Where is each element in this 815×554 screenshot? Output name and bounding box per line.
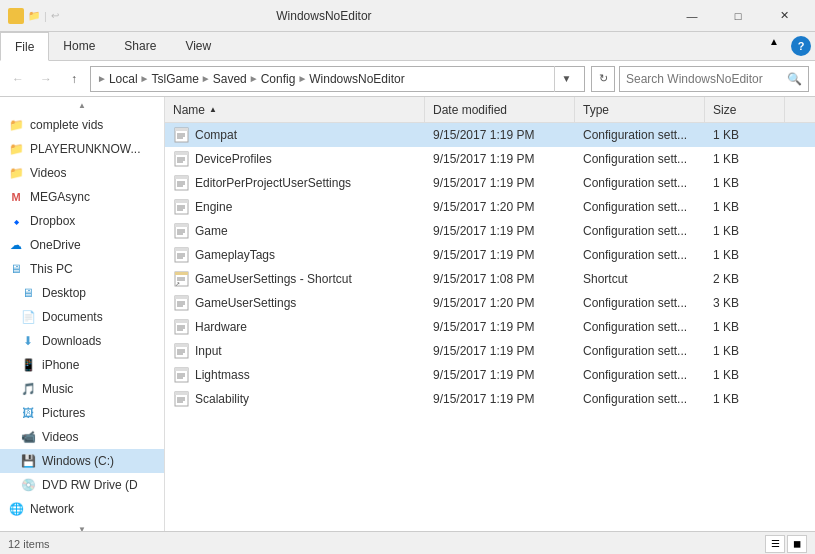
file-date-cell: 9/15/2017 1:20 PM xyxy=(425,291,575,314)
refresh-button[interactable]: ↻ xyxy=(591,66,615,92)
address-path[interactable]: ► Local ► TslGame ► Saved ► Config ► Win… xyxy=(90,66,585,92)
table-row[interactable]: Scalability 9/15/2017 1:19 PM Configurat… xyxy=(165,387,815,411)
sidebar-label: Music xyxy=(42,382,73,396)
file-size-cell: 1 KB xyxy=(705,339,785,362)
sidebar-item-videos[interactable]: 📹 Videos xyxy=(0,425,164,449)
file-date-cell: 9/15/2017 1:19 PM xyxy=(425,171,575,194)
file-date-cell: 9/15/2017 1:08 PM xyxy=(425,267,575,290)
file-name-cell: DeviceProfiles xyxy=(165,147,425,170)
sidebar-item-this-pc[interactable]: 🖥 This PC xyxy=(0,257,164,281)
details-view-button[interactable]: ☰ xyxy=(765,535,785,553)
file-list: Name ▲ Date modified Type Size Compat 9/… xyxy=(165,97,815,531)
svg-rect-46 xyxy=(175,344,188,347)
file-type-cell: Configuration sett... xyxy=(575,387,705,410)
col-date-label: Date modified xyxy=(433,103,507,117)
search-icon[interactable]: 🔍 xyxy=(787,72,802,86)
table-row[interactable]: GameplayTags 9/15/2017 1:19 PM Configura… xyxy=(165,243,815,267)
file-name: Scalability xyxy=(195,392,249,406)
sidebar-label: complete vids xyxy=(30,118,103,132)
file-date-cell: 9/15/2017 1:19 PM xyxy=(425,387,575,410)
breadcrumb-item-local[interactable]: Local xyxy=(109,72,138,86)
sidebar-item-downloads[interactable]: ⬇ Downloads xyxy=(0,329,164,353)
address-dropdown-button[interactable]: ▼ xyxy=(554,66,578,92)
tab-file[interactable]: File xyxy=(0,32,49,61)
table-row[interactable]: Lightmass 9/15/2017 1:19 PM Configuratio… xyxy=(165,363,815,387)
close-button[interactable]: ✕ xyxy=(761,0,807,32)
col-header-name[interactable]: Name ▲ xyxy=(165,97,425,122)
sidebar-item-iphone[interactable]: 📱 iPhone xyxy=(0,353,164,377)
breadcrumb-item-config[interactable]: Config xyxy=(261,72,296,86)
table-row[interactable]: ↗ GameUserSettings - Shortcut 9/15/2017 … xyxy=(165,267,815,291)
file-date-cell: 9/15/2017 1:19 PM xyxy=(425,147,575,170)
sidebar-item-megasync[interactable]: M MEGAsync xyxy=(0,185,164,209)
ribbon-help-button[interactable]: ? xyxy=(791,36,811,56)
minimize-button[interactable]: — xyxy=(669,0,715,32)
tab-share[interactable]: Share xyxy=(110,32,171,60)
forward-button[interactable]: → xyxy=(34,67,58,91)
ribbon-collapse-button[interactable]: ▲ xyxy=(761,32,787,60)
svg-rect-56 xyxy=(175,392,188,395)
videos-icon: 📹 xyxy=(20,429,36,445)
tab-view[interactable]: View xyxy=(171,32,226,60)
table-row[interactable]: Compat 9/15/2017 1:19 PM Configuration s… xyxy=(165,123,815,147)
table-row[interactable]: Hardware 9/15/2017 1:19 PM Configuration… xyxy=(165,315,815,339)
search-input[interactable] xyxy=(626,72,783,86)
sidebar-item-windows-c[interactable]: 💾 Windows (C:) xyxy=(0,449,164,473)
documents-icon: 📄 xyxy=(20,309,36,325)
pc-icon: 🖥 xyxy=(8,261,24,277)
tab-home[interactable]: Home xyxy=(49,32,110,60)
sidebar-item-music[interactable]: 🎵 Music xyxy=(0,377,164,401)
sidebar-item-dropbox[interactable]: ⬥ Dropbox xyxy=(0,209,164,233)
dvd-icon: 💿 xyxy=(20,477,36,493)
sidebar-scroll-up[interactable]: ▲ xyxy=(0,97,164,113)
table-row[interactable]: EditorPerProjectUserSettings 9/15/2017 1… xyxy=(165,171,815,195)
config-file-icon xyxy=(173,319,189,335)
sidebar-item-pictures[interactable]: 🖼 Pictures xyxy=(0,401,164,425)
breadcrumb-item-windowsnoeditor[interactable]: WindowsNoEditor xyxy=(309,72,404,86)
onedrive-icon: ☁ xyxy=(8,237,24,253)
svg-rect-51 xyxy=(175,368,188,371)
sidebar-scroll-down[interactable]: ▼ xyxy=(0,521,164,531)
svg-rect-41 xyxy=(175,320,188,323)
sidebar-label: Documents xyxy=(42,310,103,324)
table-row[interactable]: Game 9/15/2017 1:19 PM Configuration set… xyxy=(165,219,815,243)
col-header-type[interactable]: Type xyxy=(575,97,705,122)
sidebar-item-playerunknown[interactable]: 📁 PLAYERUNKNOW... xyxy=(0,137,164,161)
sidebar-label: Pictures xyxy=(42,406,85,420)
file-size-cell: 2 KB xyxy=(705,267,785,290)
sidebar-item-desktop[interactable]: 🖥 Desktop xyxy=(0,281,164,305)
file-size-cell: 1 KB xyxy=(705,363,785,386)
col-header-size[interactable]: Size xyxy=(705,97,785,122)
sidebar-item-documents[interactable]: 📄 Documents xyxy=(0,305,164,329)
file-type-cell: Configuration sett... xyxy=(575,363,705,386)
search-box[interactable]: 🔍 xyxy=(619,66,809,92)
ribbon: File Home Share View ▲ ? xyxy=(0,32,815,61)
sidebar-item-complete-vids[interactable]: 📁 complete vids xyxy=(0,113,164,137)
sidebar-item-dvd-rw[interactable]: 💿 DVD RW Drive (D xyxy=(0,473,164,497)
sidebar-item-onedrive[interactable]: ☁ OneDrive xyxy=(0,233,164,257)
address-bar: ← → ↑ ► Local ► TslGame ► Saved ► Config… xyxy=(0,61,815,97)
sidebar-item-videos-fav[interactable]: 📁 Videos xyxy=(0,161,164,185)
col-header-date[interactable]: Date modified xyxy=(425,97,575,122)
file-name-cell: GameplayTags xyxy=(165,243,425,266)
sidebar-label: MEGAsync xyxy=(30,190,90,204)
maximize-button[interactable]: □ xyxy=(715,0,761,32)
file-size-cell: 1 KB xyxy=(705,387,785,410)
table-row[interactable]: DeviceProfiles 9/15/2017 1:19 PM Configu… xyxy=(165,147,815,171)
col-type-label: Type xyxy=(583,103,609,117)
table-row[interactable]: GameUserSettings 9/15/2017 1:20 PM Confi… xyxy=(165,291,815,315)
iphone-icon: 📱 xyxy=(20,357,36,373)
table-row[interactable]: Input 9/15/2017 1:19 PM Configuration se… xyxy=(165,339,815,363)
file-name: DeviceProfiles xyxy=(195,152,272,166)
sidebar-item-network[interactable]: 🌐 Network xyxy=(0,497,164,521)
title-bar: 📁 | ↩ WindowsNoEditor — □ ✕ xyxy=(0,0,815,32)
up-button[interactable]: ↑ xyxy=(62,67,86,91)
file-size-cell: 1 KB xyxy=(705,315,785,338)
breadcrumb-item-tslgame[interactable]: TslGame xyxy=(152,72,199,86)
back-button[interactable]: ← xyxy=(6,67,30,91)
breadcrumb-item-saved[interactable]: Saved xyxy=(213,72,247,86)
table-row[interactable]: Engine 9/15/2017 1:20 PM Configuration s… xyxy=(165,195,815,219)
breadcrumb-arrow-1: ► xyxy=(97,73,107,84)
file-date-cell: 9/15/2017 1:19 PM xyxy=(425,315,575,338)
large-icons-view-button[interactable]: ◼ xyxy=(787,535,807,553)
